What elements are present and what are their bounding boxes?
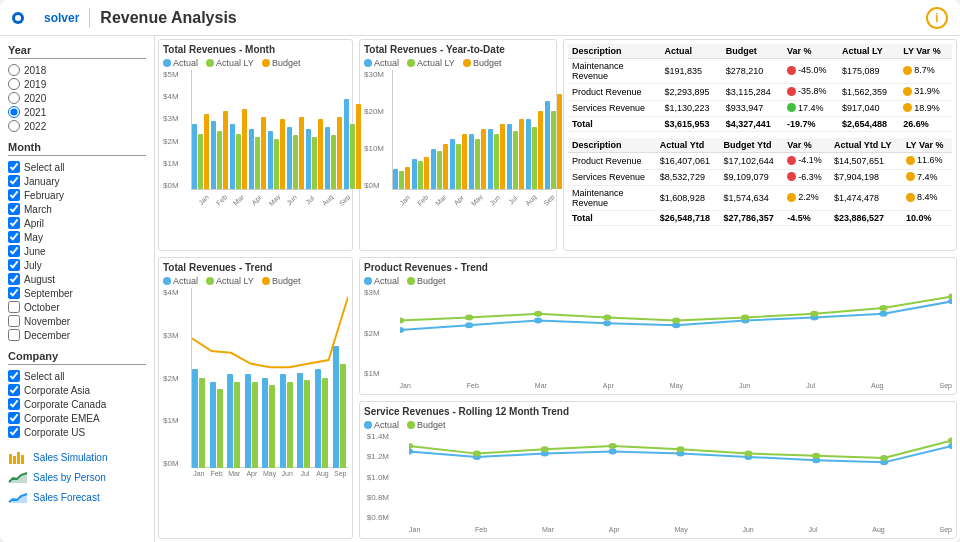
x-label: Jun: [742, 526, 753, 533]
ytd-table: Description Actual Ytd Budget Ytd Var % …: [568, 138, 952, 226]
svg-point-29: [609, 448, 617, 454]
month-july[interactable]: July: [8, 258, 146, 272]
budget-legend-dot: [262, 59, 270, 67]
bar-chart-trend-area: $4M$3M$2M$1M$0M JanFebMarAprMayJunJulAug…: [163, 288, 348, 477]
company-emea[interactable]: Corporate EMEA: [8, 411, 146, 425]
bar: [268, 131, 273, 189]
trend-x-label: Mar: [226, 470, 242, 477]
y-axis-trend: $4M$3M$2M$1M$0M: [163, 288, 179, 468]
service-chart-svg: [409, 432, 952, 522]
line-chart-icon: [8, 490, 28, 504]
month-select-all[interactable]: Select all: [8, 160, 146, 174]
chart-ytd-legend: Actual Actual LY Budget: [364, 58, 552, 68]
bar: [255, 137, 260, 189]
bar: [198, 134, 203, 189]
year-section: Year 2018 2019 2020 2021 2022: [8, 44, 146, 133]
bottom-row: Total Revenues - Trend Actual Actual LY …: [155, 254, 960, 542]
chart-service-legend: Actual Budget: [364, 420, 952, 430]
month-june[interactable]: June: [8, 244, 146, 258]
company-select-all[interactable]: Select all: [8, 369, 146, 383]
month-january[interactable]: January: [8, 174, 146, 188]
chart-total-revenues-month: Total Revenues - Month Actual Actual LY …: [158, 39, 353, 251]
right-charts: Product Revenues - Trend Actual Budget $…: [356, 254, 960, 542]
sales-simulation-link[interactable]: Sales Simulation: [8, 447, 146, 467]
trend-x-label: Feb: [209, 470, 225, 477]
year-2022[interactable]: 2022: [8, 119, 146, 133]
month-september[interactable]: September: [8, 286, 146, 300]
x-label: Feb: [213, 192, 229, 208]
company-us[interactable]: Corporate US: [8, 425, 146, 439]
service-x-labels: JanFebMarAprMayJunJulAugSep: [409, 526, 952, 533]
month-x-labels: JanFebMarAprMayJunJulAugSep: [191, 192, 348, 199]
svg-rect-2: [9, 454, 12, 464]
table-row: Maintenance Revenue $191,835 $278,210 -4…: [568, 59, 952, 84]
bar: [500, 124, 505, 189]
svg-point-34: [948, 443, 952, 449]
svg-point-21: [672, 317, 680, 323]
x-label: Feb: [415, 192, 431, 208]
month-october[interactable]: October: [8, 300, 146, 314]
bar: [431, 149, 436, 189]
year-2021[interactable]: 2021: [8, 105, 146, 119]
bar: [242, 109, 247, 189]
svg-point-24: [879, 305, 887, 311]
table-row: Maintenance Revenue $1,608,928 $1,574,63…: [568, 186, 952, 211]
actual-legend-dot: [163, 59, 171, 67]
year-2020[interactable]: 2020: [8, 91, 146, 105]
trend-x-labels: JanFebMarAprMayJunJulAugSep: [191, 470, 348, 477]
bar: [230, 124, 235, 189]
month-section: Month Select all January February March …: [8, 141, 146, 342]
chart-month-legend: Actual Actual LY Budget: [163, 58, 348, 68]
sales-forecast-link[interactable]: Sales Forecast: [8, 487, 146, 507]
product-chart-svg: [400, 288, 952, 378]
x-label: Feb: [475, 526, 487, 533]
month-april[interactable]: April: [8, 216, 146, 230]
table-row: Services Revenue $1,130,223 $933,947 17.…: [568, 100, 952, 117]
bar: [261, 117, 266, 189]
bar: [325, 127, 330, 189]
sales-by-person-link[interactable]: Sales by Person: [8, 467, 146, 487]
bar: [217, 131, 222, 189]
chart-product-legend: Actual Budget: [364, 276, 952, 286]
bar: [306, 129, 311, 189]
x-label: Aug: [871, 382, 883, 389]
sidebar: Year 2018 2019 2020 2021 2022 Month Sele…: [0, 36, 155, 542]
bar: [249, 129, 254, 189]
bar: [412, 159, 417, 189]
x-label: Jul: [809, 526, 818, 533]
year-2019[interactable]: 2019: [8, 77, 146, 91]
svg-point-40: [744, 451, 752, 457]
bar: [551, 111, 556, 189]
bar-chart-icon: [8, 450, 28, 464]
ytd-x-labels: JanFebMarAprMayJunJulAugSep: [392, 192, 552, 199]
month-march[interactable]: March: [8, 202, 146, 216]
month-december[interactable]: December: [8, 328, 146, 342]
trend-x-label: Apr: [244, 470, 260, 477]
company-section: Company Select all Corporate Asia Corpor…: [8, 350, 146, 439]
month-may[interactable]: May: [8, 230, 146, 244]
bar: [312, 137, 317, 189]
year-2018[interactable]: 2018: [8, 63, 146, 77]
company-canada[interactable]: Corporate Canada: [8, 397, 146, 411]
bar: [507, 124, 512, 189]
logo: solver: [12, 8, 79, 28]
month-august[interactable]: August: [8, 272, 146, 286]
svg-point-42: [880, 455, 888, 461]
bar: [211, 121, 216, 189]
chart-total-revenues-ytd: Total Revenues - Year-to-Date Actual Act…: [359, 39, 557, 251]
service-chart-body: $1.4M$1.2M$1.0M$0.8M$0.6M JanFebMarAprMa…: [364, 432, 952, 533]
main-content: Year 2018 2019 2020 2021 2022 Month Sele…: [0, 36, 960, 542]
month-february[interactable]: February: [8, 188, 146, 202]
bar: [331, 135, 336, 189]
x-label: Jun: [487, 192, 503, 208]
year-title: Year: [8, 44, 146, 59]
svg-point-35: [409, 443, 413, 449]
trend-x-label: Jun: [279, 470, 295, 477]
month-november[interactable]: November: [8, 314, 146, 328]
trend-x-label: Aug: [315, 470, 331, 477]
table-row: Product Revenue $16,407,061 $17,102,644 …: [568, 153, 952, 170]
info-button[interactable]: i: [926, 7, 948, 29]
svg-point-11: [603, 320, 611, 326]
x-label: Apr: [603, 382, 614, 389]
company-asia[interactable]: Corporate Asia: [8, 383, 146, 397]
